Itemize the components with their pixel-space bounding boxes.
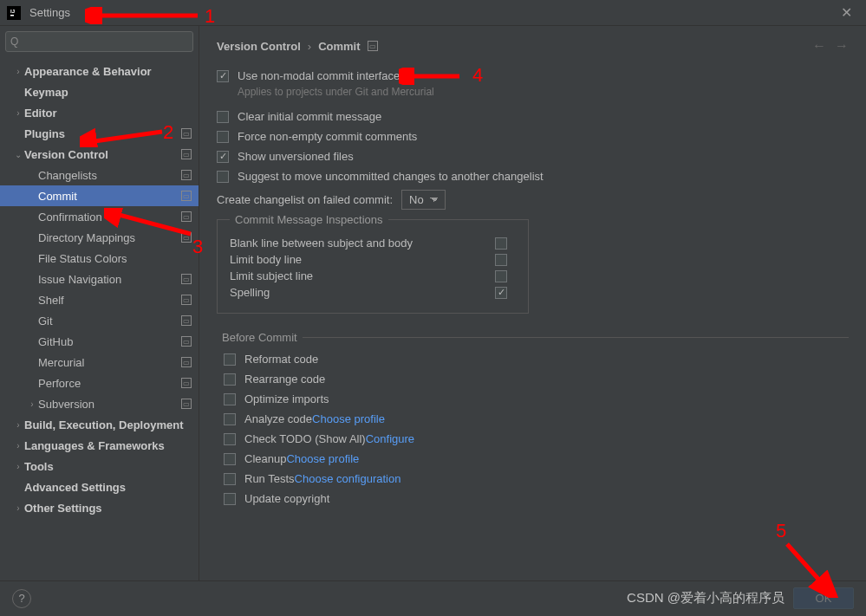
window-title: Settings bbox=[29, 6, 70, 19]
chevron-icon: › bbox=[26, 399, 38, 409]
before-commit-link[interactable]: Configure bbox=[366, 432, 414, 445]
sidebar-item-changelists[interactable]: Changelists▭ bbox=[0, 165, 199, 185]
sidebar-item-label: Version Control bbox=[24, 148, 178, 161]
sidebar-item-tools[interactable]: ›Tools bbox=[0, 456, 199, 477]
before-commit-link[interactable]: Choose configuration bbox=[295, 472, 401, 485]
sidebar-item-label: Plugins bbox=[24, 127, 178, 140]
before-commit-checkbox[interactable] bbox=[224, 353, 236, 366]
inspection-checkbox[interactable] bbox=[495, 254, 507, 266]
search-icon: Q bbox=[10, 36, 18, 48]
before-commit-label: Optimize imports bbox=[244, 392, 329, 405]
sidebar-item-mercurial[interactable]: Mercurial▭ bbox=[0, 352, 199, 373]
sidebar-item-label: File Status Colors bbox=[38, 252, 192, 265]
sidebar-item-label: Git bbox=[38, 314, 178, 327]
nav-back-icon[interactable]: ← bbox=[812, 38, 826, 54]
sidebar-item-subversion[interactable]: ›Subversion▭ bbox=[0, 393, 199, 414]
before-commit-label: Check TODO (Show All) bbox=[244, 432, 366, 445]
suggest-move-checkbox[interactable] bbox=[217, 171, 229, 183]
before-commit-label: Rearrange code bbox=[244, 373, 325, 386]
inspection-checkbox[interactable] bbox=[495, 287, 507, 299]
chevron-icon: › bbox=[12, 503, 24, 513]
sidebar-item-issue-navigation[interactable]: Issue Navigation▭ bbox=[0, 269, 199, 289]
sidebar-item-keymap[interactable]: Keymap bbox=[0, 81, 199, 102]
sidebar-item-label: Keymap bbox=[24, 86, 192, 99]
chevron-icon: › bbox=[12, 108, 24, 118]
clear-msg-label: Clear initial commit message bbox=[238, 110, 381, 123]
chevron-icon: › bbox=[12, 462, 24, 471]
sidebar-item-appearance-behavior[interactable]: ›Appearance & Behavior bbox=[0, 61, 199, 81]
before-commit-link[interactable]: Choose profile bbox=[312, 412, 385, 425]
annotation-3: 3 bbox=[192, 236, 203, 258]
scope-badge-icon: ▭ bbox=[181, 191, 192, 201]
before-commit-link[interactable]: Choose profile bbox=[286, 452, 359, 465]
before-commit-checkbox[interactable] bbox=[224, 373, 236, 386]
search-input[interactable] bbox=[5, 31, 193, 52]
sidebar-item-build-execution-deployment[interactable]: ›Build, Execution, Deployment bbox=[0, 414, 199, 435]
show-unversioned-label: Show unversioned files bbox=[238, 150, 354, 163]
scope-badge-icon: ▭ bbox=[181, 170, 192, 180]
changelist-fail-select[interactable]: No bbox=[401, 190, 446, 210]
before-commit-label: Update copyright bbox=[244, 492, 329, 505]
chevron-icon: › bbox=[12, 420, 24, 430]
sidebar-item-advanced-settings[interactable]: Advanced Settings bbox=[0, 477, 199, 497]
sidebar-item-label: Commit bbox=[38, 190, 178, 203]
before-commit-label: Analyze code bbox=[244, 412, 312, 425]
inspection-checkbox[interactable] bbox=[495, 237, 507, 250]
sidebar-item-file-status-colors[interactable]: File Status Colors bbox=[0, 248, 199, 269]
inspections-group: Commit Message Inspections Blank line be… bbox=[217, 213, 529, 314]
sidebar-item-label: Confirmation bbox=[38, 211, 178, 224]
clear-msg-checkbox[interactable] bbox=[217, 111, 229, 123]
sidebar-item-other-settings[interactable]: ›Other Settings bbox=[0, 497, 199, 518]
svg-rect-1 bbox=[10, 15, 14, 16]
before-commit-checkbox[interactable] bbox=[224, 393, 236, 405]
scope-badge-icon: ▭ bbox=[181, 357, 192, 367]
inspection-label: Spelling bbox=[230, 286, 495, 299]
before-commit-label: Reformat code bbox=[244, 353, 318, 366]
inspection-checkbox[interactable] bbox=[495, 270, 507, 282]
inspections-legend: Commit Message Inspections bbox=[230, 213, 388, 226]
sidebar-item-label: Shelf bbox=[38, 294, 178, 307]
before-commit-checkbox[interactable] bbox=[224, 453, 236, 465]
chevron-icon: ⌄ bbox=[12, 150, 24, 159]
show-unversioned-checkbox[interactable] bbox=[217, 151, 229, 163]
chevron-icon: › bbox=[12, 67, 24, 76]
scope-badge-icon: ▭ bbox=[181, 378, 192, 388]
sidebar-item-editor[interactable]: ›Editor bbox=[0, 102, 199, 123]
ok-button[interactable]: OK bbox=[793, 587, 854, 609]
help-button[interactable]: ? bbox=[12, 589, 31, 608]
sidebar-item-label: Advanced Settings bbox=[24, 481, 192, 494]
sidebar-item-github[interactable]: GitHub▭ bbox=[0, 331, 199, 352]
before-commit-label: Cleanup bbox=[244, 452, 286, 465]
close-icon[interactable]: ✕ bbox=[834, 4, 859, 21]
sidebar-item-commit[interactable]: Commit▭ bbox=[0, 185, 199, 206]
scope-badge-icon: ▭ bbox=[368, 41, 378, 51]
before-commit-checkbox[interactable] bbox=[224, 493, 236, 505]
annotation-5: 5 bbox=[776, 520, 786, 542]
use-nonmodal-label: Use non-modal commit interface bbox=[238, 69, 400, 82]
before-commit-checkbox[interactable] bbox=[224, 413, 236, 425]
annotation-4: 4 bbox=[472, 64, 483, 87]
sidebar-item-perforce[interactable]: Perforce▭ bbox=[0, 373, 199, 393]
sidebar-item-confirmation[interactable]: Confirmation▭ bbox=[0, 206, 199, 227]
scope-badge-icon: ▭ bbox=[181, 295, 192, 305]
force-nonempty-checkbox[interactable] bbox=[217, 131, 229, 143]
sidebar-item-directory-mappings[interactable]: Directory Mappings▭ bbox=[0, 227, 199, 248]
sidebar-item-label: Build, Execution, Deployment bbox=[24, 418, 192, 431]
breadcrumb: Version Control › Commit ▭ ← → bbox=[217, 38, 849, 54]
suggest-move-label: Suggest to move uncommitted changes to a… bbox=[238, 170, 544, 183]
breadcrumb-root[interactable]: Version Control bbox=[217, 40, 301, 53]
nav-fwd-icon[interactable]: → bbox=[835, 38, 849, 54]
sidebar-item-version-control[interactable]: ⌄Version Control▭ bbox=[0, 144, 199, 165]
sidebar-item-git[interactable]: Git▭ bbox=[0, 310, 199, 331]
sidebar-item-label: Mercurial bbox=[38, 356, 178, 369]
scope-badge-icon: ▭ bbox=[181, 149, 192, 159]
sidebar-item-shelf[interactable]: Shelf▭ bbox=[0, 289, 199, 310]
scope-badge-icon: ▭ bbox=[181, 211, 192, 222]
annotation-2: 2 bbox=[163, 121, 173, 144]
before-commit-checkbox[interactable] bbox=[224, 433, 236, 445]
use-nonmodal-checkbox[interactable] bbox=[217, 70, 229, 82]
sidebar-item-label: Editor bbox=[24, 107, 192, 120]
sidebar-item-languages-frameworks[interactable]: ›Languages & Frameworks bbox=[0, 435, 199, 456]
watermark: CSDN @爱着小高的程序员 bbox=[627, 590, 785, 606]
before-commit-checkbox[interactable] bbox=[224, 473, 236, 485]
